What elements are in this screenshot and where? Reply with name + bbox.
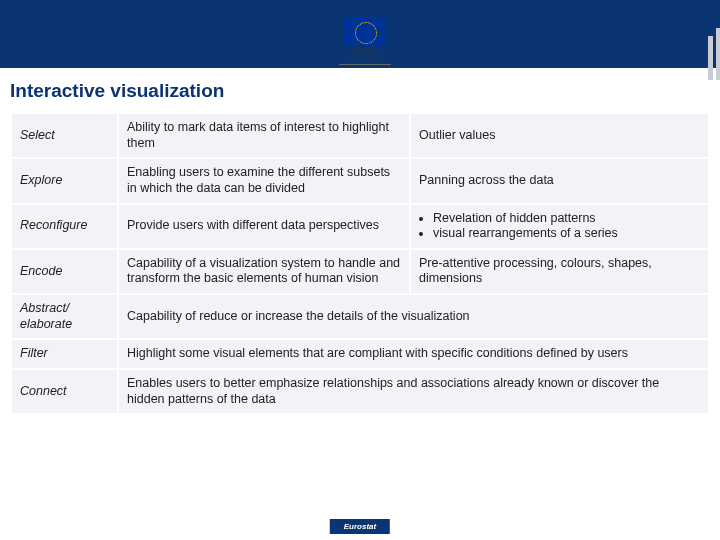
example-cell: Outlier values <box>411 114 708 157</box>
desc-cell: Provide users with different data perspe… <box>119 205 409 248</box>
example-bullet: Revelation of hidden patterns <box>433 211 700 227</box>
example-cell: Pre-attentive processing, colours, shape… <box>411 250 708 293</box>
table-row: Connect Enables users to better emphasiz… <box>12 370 708 413</box>
term-cell: Filter <box>12 340 117 368</box>
eu-flag-icon <box>344 18 386 46</box>
desc-cell: Ability to mark data items of interest t… <box>119 114 409 157</box>
term-cell: Encode <box>12 250 117 293</box>
slide-title: Interactive visualization <box>0 68 720 112</box>
term-cell: Select <box>12 114 117 157</box>
logo-pillars-icon <box>708 24 720 80</box>
logo-underline <box>339 64 391 65</box>
table-row: Explore Enabling users to examine the di… <box>12 159 708 202</box>
table-row: Encode Capability of a visualization sys… <box>12 250 708 293</box>
term-cell: Explore <box>12 159 117 202</box>
term-cell: Reconfigure <box>12 205 117 248</box>
table-row: Filter Highlight some visual elements th… <box>12 340 708 368</box>
example-cell: Revelation of hidden patterns visual rea… <box>411 205 708 248</box>
ec-logo: European Commission <box>330 18 400 65</box>
desc-cell: Highlight some visual elements that are … <box>119 340 708 368</box>
desc-cell: Capability of a visualization system to … <box>119 250 409 293</box>
desc-cell: Enabling users to examine the different … <box>119 159 409 202</box>
concepts-table: Select Ability to mark data items of int… <box>10 112 710 415</box>
table-row: Reconfigure Provide users with different… <box>12 205 708 248</box>
term-cell: Connect <box>12 370 117 413</box>
logo-text-1: European <box>330 48 400 54</box>
logo-text-2: Commission <box>330 55 400 61</box>
example-cell: Panning across the data <box>411 159 708 202</box>
example-bullet: visual rearrangements of a series <box>433 226 700 242</box>
term-cell: Abstract/ elaborate <box>12 295 117 338</box>
footer-badge: Eurostat <box>330 519 390 534</box>
desc-cell: Capability of reduce or increase the det… <box>119 295 708 338</box>
table-row: Abstract/ elaborate Capability of reduce… <box>12 295 708 338</box>
table-row: Select Ability to mark data items of int… <box>12 114 708 157</box>
desc-cell: Enables users to better emphasize relati… <box>119 370 708 413</box>
